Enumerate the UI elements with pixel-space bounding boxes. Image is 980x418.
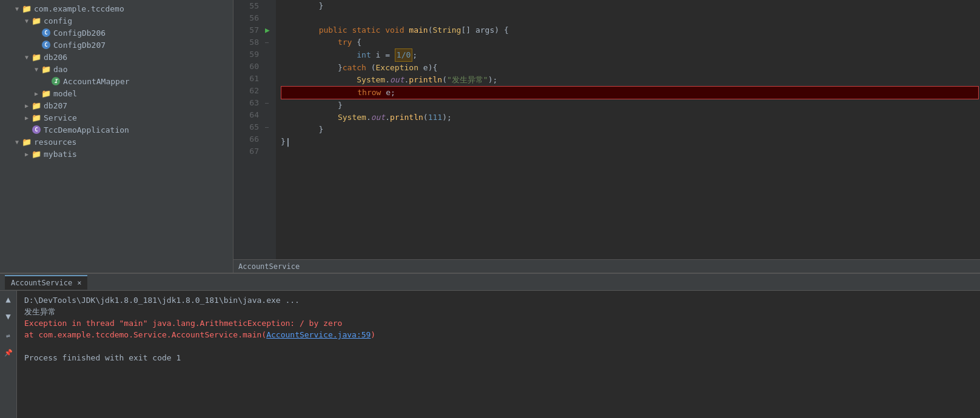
code-line-66: }| — [281, 136, 980, 148]
sidebar-item-label: dao — [53, 65, 67, 74]
sidebar-item-label: ConfigDb207 — [53, 41, 106, 50]
run-error-link-line: at com.example.tccdemo.Service.AccountSe… — [24, 329, 973, 340]
sidebar-item-resources[interactable]: ▼ 📁 resources — [0, 136, 233, 148]
class-icon: C — [32, 125, 41, 134]
sidebar-item-tccdemo[interactable]: ▶ C TccDemoApplication — [0, 124, 233, 136]
run-error-line: Exception in thread "main" java.lang.Ari… — [24, 317, 973, 329]
code-line-60: }catch (Exception e){ — [281, 62, 980, 74]
code-line-63: } — [281, 99, 980, 111]
sidebar-item-label: db206 — [44, 53, 67, 62]
sidebar-item-config[interactable]: ▼ 📁 config — [0, 15, 233, 27]
folder-icon: 📁 — [32, 52, 41, 62]
scroll-up-button[interactable]: ▲ — [2, 293, 15, 305]
run-body: ▲ ▼ ⇌ 📌 D:\DevTools\JDK\jdk1.8.0_181\jdk… — [0, 291, 980, 418]
sidebar-item-configdb207[interactable]: ▶ C ConfigDb207 — [0, 39, 233, 51]
sidebar-item-label: Service — [44, 113, 77, 122]
code-line-64: System.out.println(111); — [281, 111, 980, 124]
code-line-58: try { — [281, 36, 980, 48]
code-line-57: public static void main(String[] args) { — [281, 24, 980, 36]
fold-icon[interactable]: – — [265, 36, 269, 48]
line-numbers: 55 56 57 58 59 60 61 62 63 64 65 66 67 — [233, 0, 264, 259]
folder-icon: 📁 — [32, 113, 41, 122]
source-link[interactable]: AccountService.java:59 — [266, 330, 371, 339]
interface-icon: I — [51, 76, 61, 86]
code-content[interactable]: } public static void main(String[] args)… — [276, 0, 980, 259]
wrap-lines-button[interactable]: ⇌ — [2, 330, 15, 342]
expand-arrow: ▼ — [12, 137, 22, 147]
run-panel-header: AccountService × — [0, 274, 980, 291]
expand-arrow: ▼ — [22, 16, 32, 25]
sidebar-item-label: resources — [34, 138, 76, 147]
run-normal-line: 发生异常 — [24, 306, 973, 317]
expand-arrow: ▶ — [32, 88, 41, 98]
close-tab-icon[interactable]: × — [77, 279, 81, 287]
sidebar-item-dao[interactable]: ▼ 📁 dao — [0, 63, 233, 75]
run-left-controls: ▲ ▼ ⇌ 📌 — [0, 291, 17, 418]
run-tab-accountservice[interactable]: AccountService × — [5, 275, 87, 290]
sidebar-item-label: AccountAMapper — [63, 77, 130, 86]
code-line-65: } — [281, 124, 980, 136]
expand-arrow: ▶ — [22, 149, 32, 159]
code-line-61: System.out.println("发生异常"); — [281, 74, 980, 86]
sidebar-item-configdb206[interactable]: ▶ C ConfigDb206 — [0, 27, 233, 39]
expand-arrow: ▼ — [32, 64, 41, 74]
sidebar-item-label: TccDemoApplication — [44, 125, 129, 134]
run-panel: AccountService × ▲ ▼ ⇌ 📌 D:\DevTools\JDK… — [0, 273, 980, 418]
folder-icon: 📁 — [22, 137, 32, 147]
play-arrow-icon: ▶ — [265, 24, 270, 36]
class-icon: C — [41, 40, 51, 50]
code-line-55: } — [281, 0, 980, 12]
sidebar-item-label: db207 — [44, 101, 67, 110]
folder-icon: 📁 — [32, 101, 41, 110]
gutter: ▶ – – – — [264, 0, 276, 259]
run-exit-line: Process finished with exit code 1 — [24, 352, 973, 363]
expand-arrow: ▼ — [12, 4, 22, 13]
sidebar-item-com-example[interactable]: ▼ 📁 com.example.tccdemo — [0, 2, 233, 15]
run-empty-line — [24, 340, 973, 352]
sidebar-item-label: mybatis — [44, 150, 77, 159]
pin-output-button[interactable]: 📌 — [2, 347, 15, 359]
main-area: ▼ 📁 com.example.tccdemo ▼ 📁 config ▶ C C… — [0, 0, 980, 273]
code-editor[interactable]: 55 56 57 58 59 60 61 62 63 64 65 66 67 ▶… — [233, 0, 980, 259]
sidebar-item-label: ConfigDb206 — [53, 28, 106, 38]
expand-arrow: ▼ — [22, 52, 32, 62]
folder-icon: 📁 — [22, 4, 32, 13]
expand-arrow: ▶ — [22, 113, 32, 122]
folder-icon: 📁 — [32, 16, 41, 25]
sidebar-item-db207[interactable]: ▶ 📁 db207 — [0, 99, 233, 111]
sidebar-item-mybatis[interactable]: ▶ 📁 mybatis — [0, 148, 233, 160]
folder-icon: 📁 — [32, 149, 41, 159]
sidebar: ▼ 📁 com.example.tccdemo ▼ 📁 config ▶ C C… — [0, 0, 233, 273]
file-location-label: AccountService — [238, 262, 300, 271]
class-icon: C — [41, 28, 51, 38]
fold-icon[interactable]: – — [265, 97, 269, 109]
editor-bottom-status: AccountService — [233, 259, 980, 273]
code-line-67 — [281, 148, 980, 160]
sidebar-item-model[interactable]: ▶ 📁 model — [0, 87, 233, 99]
expand-arrow: ▶ — [22, 101, 32, 110]
folder-icon: 📁 — [41, 64, 51, 74]
folder-icon: 📁 — [41, 88, 51, 98]
code-line-56 — [281, 12, 980, 24]
code-line-59: int i = 1/0; — [281, 48, 980, 62]
sidebar-item-label: com.example.tccdemo — [34, 4, 124, 13]
sidebar-item-label: config — [44, 16, 72, 25]
sidebar-item-label: model — [53, 89, 77, 98]
run-tab-label: AccountService — [11, 279, 72, 287]
run-path-line: D:\DevTools\JDK\jdk1.8.0_181\jdk1.8.0_18… — [24, 294, 973, 306]
sidebar-item-db206[interactable]: ▼ 📁 db206 — [0, 51, 233, 63]
console-output: D:\DevTools\JDK\jdk1.8.0_181\jdk1.8.0_18… — [17, 291, 980, 418]
scroll-down-button[interactable]: ▼ — [2, 310, 15, 322]
sidebar-item-accountamapper[interactable]: ▶ I AccountAMapper — [0, 75, 233, 87]
fold-icon[interactable]: – — [265, 121, 269, 133]
code-line-62: throw e; — [281, 86, 979, 99]
editor-area: 55 56 57 58 59 60 61 62 63 64 65 66 67 ▶… — [233, 0, 980, 273]
sidebar-item-service[interactable]: ▶ 📁 Service — [0, 111, 233, 124]
